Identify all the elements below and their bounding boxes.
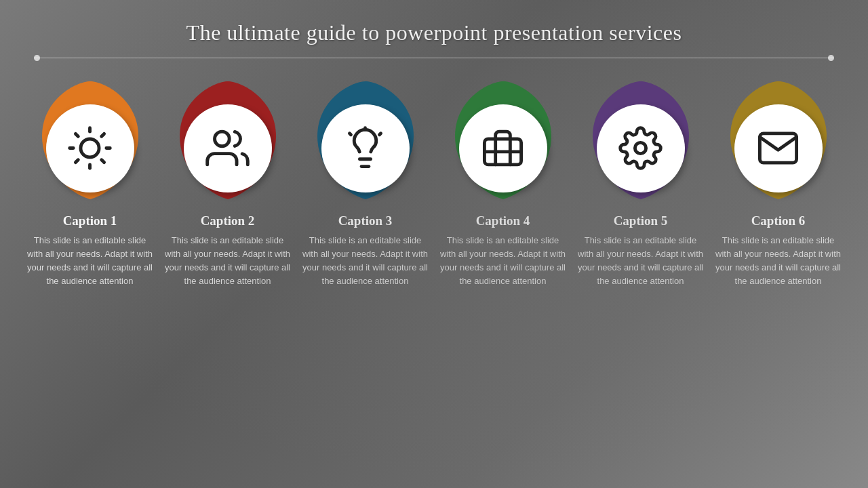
mail-icon: [756, 126, 800, 170]
gear-icon: [618, 126, 663, 170]
divider: [34, 58, 834, 58]
caption-title-4: Caption 4: [476, 214, 530, 228]
circle-icon-5: [597, 104, 685, 192]
card-1: Caption 1 This slide is an editable slid…: [27, 79, 153, 289]
card-2: Caption 2 This slide is an editable slid…: [165, 79, 290, 289]
circle-icon-6: [734, 104, 823, 192]
briefcase-icon: [481, 126, 525, 170]
caption-body-3: This slide is an editable slide with all…: [302, 234, 428, 289]
card-6: Caption 6 This slide is an editable slid…: [715, 79, 841, 289]
svg-point-0: [81, 139, 99, 157]
icon-container-1: [36, 79, 144, 204]
icon-container-2: [174, 79, 282, 204]
caption-title-1: Caption 1: [63, 214, 117, 228]
card-5: Caption 5 This slide is an editable slid…: [578, 79, 703, 289]
cards-row: Caption 1 This slide is an editable slid…: [34, 79, 834, 289]
icon-container-4: [449, 79, 557, 204]
page-title: The ultimate guide to powerpoint present…: [186, 20, 682, 45]
caption-body-2: This slide is an editable slide with all…: [165, 234, 290, 289]
caption-title-5: Caption 5: [614, 214, 668, 228]
caption-title-6: Caption 6: [751, 214, 806, 228]
users-icon: [205, 126, 250, 170]
caption-body-6: This slide is an editable slide with all…: [715, 234, 841, 289]
circle-icon-4: [459, 104, 547, 192]
card-4: Caption 4 This slide is an editable slid…: [440, 79, 566, 289]
svg-line-8: [102, 134, 104, 136]
caption-body-1: This slide is an editable slide with all…: [27, 234, 153, 289]
card-3: Caption 3 This slide is an editable slid…: [302, 79, 428, 289]
svg-line-3: [75, 134, 78, 136]
caption-body-4: This slide is an editable slide with all…: [440, 234, 566, 289]
svg-point-17: [635, 142, 646, 153]
lightbulb-icon: [343, 126, 387, 170]
icon-container-3: [311, 79, 420, 204]
caption-title-3: Caption 3: [338, 214, 393, 228]
caption-body-5: This slide is an editable slide with all…: [578, 234, 703, 289]
circle-icon-3: [321, 104, 410, 192]
page-container: The ultimate guide to powerpoint present…: [0, 0, 868, 488]
sun-icon: [68, 126, 112, 170]
svg-line-7: [75, 160, 78, 163]
icon-container-6: [724, 79, 833, 204]
svg-line-13: [349, 134, 351, 135]
circle-icon-1: [46, 104, 134, 192]
svg-point-9: [215, 131, 230, 146]
circle-icon-2: [184, 104, 272, 192]
caption-title-2: Caption 2: [201, 214, 255, 228]
svg-line-14: [380, 134, 381, 135]
svg-line-4: [102, 160, 104, 163]
icon-container-5: [587, 79, 695, 204]
